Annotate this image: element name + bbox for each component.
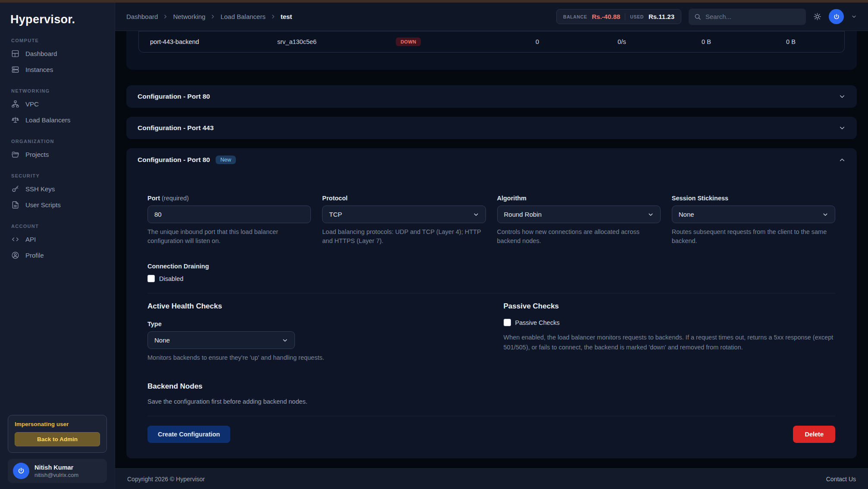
breadcrumb-item-dashboard[interactable]: Dashboard <box>126 13 158 20</box>
passive-checks-checkbox[interactable] <box>504 319 511 326</box>
sidebar-item-dashboard[interactable]: Dashboard <box>8 46 107 62</box>
protocol-label: Protocol <box>322 195 486 202</box>
sidebar-item-ssh-keys[interactable]: SSH Keys <box>8 181 107 197</box>
accordion-header-port-80-new[interactable]: Configuration - Port 80 New <box>126 148 857 171</box>
sidebar-item-label: API <box>25 236 36 243</box>
chevron-down-icon <box>648 212 654 218</box>
divider <box>147 416 835 416</box>
stickiness-field: Session Stickiness None Routes subsequen… <box>672 195 835 246</box>
sidebar-section-security: SECURITY <box>11 173 103 178</box>
contact-us-link[interactable]: Contact Us <box>826 476 856 483</box>
sun-icon <box>813 12 821 21</box>
port-help: The unique inbound port that this load b… <box>147 227 311 246</box>
backend-status-cell: DOWN <box>396 37 495 46</box>
status-badge: DOWN <box>396 37 421 46</box>
key-icon <box>11 185 19 193</box>
connection-draining-checkbox[interactable] <box>147 275 155 282</box>
backends-table: port-443-backend srv_a130c5e6 DOWN 0 0/s… <box>138 31 845 53</box>
sidebar-item-label: Load Balancers <box>25 116 70 124</box>
power-icon <box>833 13 840 20</box>
accordion-title: Configuration - Port 80 <box>138 156 210 164</box>
sidebar-section-organization: ORGANIZATION <box>11 139 103 144</box>
accordion-header-port-80[interactable]: Configuration - Port 80 <box>126 85 857 108</box>
connection-draining-checkbox-label: Disabled <box>159 275 183 282</box>
stickiness-select[interactable]: None <box>672 206 835 223</box>
sidebar-section-networking: NETWORKING <box>11 88 103 93</box>
backend-connections-cell: 0 <box>495 38 580 45</box>
accordion-header-port-443[interactable]: Configuration - Port 443 <box>126 117 857 139</box>
search-box <box>689 9 806 25</box>
delete-button[interactable]: Delete <box>793 426 835 443</box>
sidebar-item-label: User Scripts <box>25 201 61 209</box>
backend-server-cell: srv_a130c5e6 <box>277 38 396 45</box>
backend-rate-cell: 0/s <box>580 38 664 45</box>
avatar <box>13 463 29 479</box>
health-check-type-label: Type <box>147 321 479 327</box>
sidebar-item-profile[interactable]: Profile <box>8 247 107 263</box>
balance-value: Rs.-40.88 <box>592 13 620 20</box>
sidebar-item-instances[interactable]: Instances <box>8 62 107 78</box>
port-field: Port (required) The unique inbound port … <box>147 195 311 246</box>
sidebar-item-label: Instances <box>25 66 53 73</box>
port-input[interactable] <box>147 206 311 223</box>
chevron-up-icon <box>839 156 846 163</box>
active-health-checks-section: Active Health Checks Type None Monitors … <box>147 302 479 362</box>
user-icon <box>11 251 19 259</box>
breadcrumb-item-networking[interactable]: Networking <box>173 13 205 20</box>
scale-icon <box>11 116 19 124</box>
chevron-down-icon <box>839 93 846 100</box>
network-icon <box>11 100 19 108</box>
sidebar-section-account: ACCOUNT <box>11 224 103 229</box>
used-label: USED <box>630 14 644 19</box>
breadcrumb: Dashboard Networking Load Balancers test <box>126 13 292 20</box>
algorithm-help: Controls how new connections are allocat… <box>497 227 661 246</box>
code-icon <box>11 235 19 243</box>
sidebar-item-label: Profile <box>25 252 44 259</box>
main-content: port-443-backend srv_a130c5e6 DOWN 0 0/s… <box>115 31 868 468</box>
back-to-admin-button[interactable]: Back to Admin <box>15 432 100 446</box>
theme-toggle-button[interactable] <box>813 12 821 21</box>
sidebar-item-label: Projects <box>25 151 49 158</box>
sidebar-item-api[interactable]: API <box>8 231 107 247</box>
chevron-down-icon <box>851 14 857 19</box>
sidebar-section-compute: COMPUTE <box>11 38 103 43</box>
chevron-down-icon <box>282 337 288 343</box>
sidebar-item-projects[interactable]: Projects <box>8 146 107 162</box>
search-input[interactable] <box>705 13 800 20</box>
balance-label: BALANCE <box>563 14 587 19</box>
copyright-text: Copyright 2026 © Hypervisor <box>127 476 205 483</box>
create-configuration-button[interactable]: Create Configuration <box>147 426 230 443</box>
passive-checks-checkbox-label: Passive Checks <box>515 319 560 326</box>
topbar: Dashboard Networking Load Balancers test… <box>115 3 868 31</box>
user-menu-toggle[interactable] <box>851 14 857 19</box>
accordion-port-80: Configuration - Port 80 <box>126 85 857 108</box>
divider <box>147 293 835 293</box>
server-icon <box>11 65 19 74</box>
breadcrumb-separator-icon <box>210 14 216 19</box>
sidebar-item-user-scripts[interactable]: User Scripts <box>8 197 107 213</box>
new-badge: New <box>216 156 236 164</box>
search-icon <box>694 13 701 20</box>
sidebar-user-card[interactable]: Nitish Kumar nitish@vulrix.com <box>8 459 107 483</box>
user-menu-avatar[interactable] <box>829 9 844 24</box>
health-check-type-select[interactable]: None <box>147 331 295 349</box>
stickiness-help: Routes subsequent requests from the clie… <box>672 227 835 246</box>
algorithm-field: Algorithm Round Robin Controls how new c… <box>497 195 661 246</box>
sidebar-item-vpc[interactable]: VPC <box>8 96 107 112</box>
chevron-down-icon <box>822 212 828 218</box>
power-icon <box>17 467 25 475</box>
sidebar: Hypervisor. COMPUTE Dashboard Instances … <box>0 3 115 489</box>
protocol-field: Protocol TCP Load balancing protocols: U… <box>322 195 486 246</box>
passive-checks-help: When enabled, the load balancer monitors… <box>504 333 836 352</box>
sidebar-item-load-balancers[interactable]: Load Balancers <box>8 112 107 128</box>
accordion-port-443: Configuration - Port 443 <box>126 117 857 139</box>
algorithm-select[interactable]: Round Robin <box>497 206 661 223</box>
folder-icon <box>11 150 19 159</box>
backend-nodes-help: Save the configuration first before addi… <box>147 398 835 405</box>
breadcrumb-item-load-balancers[interactable]: Load Balancers <box>220 13 265 20</box>
protocol-select[interactable]: TCP <box>322 206 486 223</box>
chevron-down-icon <box>473 212 479 218</box>
user-email: nitish@vulrix.com <box>34 472 78 478</box>
breadcrumb-item-current: test <box>281 13 292 20</box>
passive-checks-section: Passive Checks Passive Checks When enabl… <box>504 302 836 362</box>
